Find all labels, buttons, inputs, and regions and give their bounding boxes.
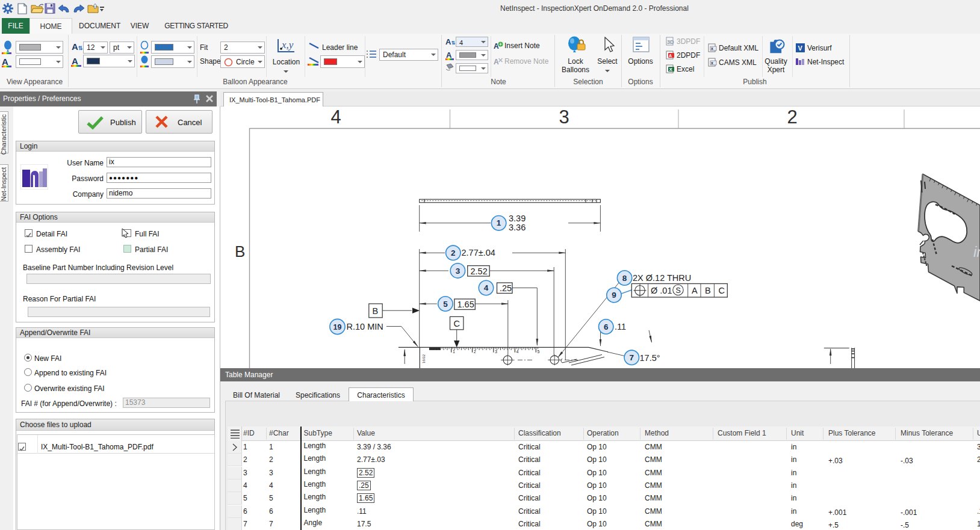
- svg-text:2X Ø.12 THRU: 2X Ø.12 THRU: [633, 273, 691, 283]
- svg-text:.25: .25: [500, 283, 512, 293]
- svg-text:2.77±.04: 2.77±.04: [462, 248, 495, 257]
- svg-text:A: A: [494, 42, 499, 50]
- svg-text:4: 4: [484, 283, 489, 292]
- svg-text:x: x: [711, 61, 713, 65]
- svg-text:8: 8: [622, 274, 627, 283]
- svg-text:X: X: [669, 67, 673, 72]
- svg-text:Ø .01: Ø .01: [651, 286, 672, 295]
- svg-text:3: 3: [495, 350, 497, 354]
- svg-text:3: 3: [456, 267, 461, 276]
- svg-text:B: B: [235, 242, 245, 260]
- svg-text:1: 1: [497, 218, 501, 227]
- svg-text:.11: .11: [615, 322, 626, 331]
- svg-text:3.36: 3.36: [509, 223, 526, 232]
- svg-text:A: A: [494, 58, 499, 66]
- svg-text:7: 7: [630, 353, 634, 362]
- svg-text:1: 1: [453, 350, 455, 354]
- svg-text:4: 4: [516, 350, 519, 354]
- svg-text:2: 2: [787, 106, 797, 128]
- svg-text:R.10 MIN: R.10 MIN: [347, 322, 383, 331]
- svg-text:19: 19: [333, 323, 342, 331]
- svg-text:x: x: [711, 46, 713, 51]
- svg-text:4: 4: [330, 106, 341, 128]
- svg-text:5: 5: [538, 350, 540, 354]
- svg-text:A: A: [669, 54, 672, 58]
- svg-text:5: 5: [443, 300, 448, 309]
- svg-text:in: in: [973, 244, 980, 260]
- svg-text:C: C: [454, 319, 460, 328]
- svg-text:V: V: [798, 45, 803, 52]
- svg-text:S: S: [676, 286, 681, 295]
- svg-text:B: B: [705, 286, 711, 295]
- svg-text:2: 2: [451, 248, 456, 257]
- svg-text:1.65: 1.65: [457, 300, 474, 309]
- svg-text:3D: 3D: [667, 39, 674, 45]
- svg-text:C: C: [719, 286, 725, 295]
- svg-text:B: B: [373, 306, 379, 316]
- svg-text:x,y: x,y: [281, 39, 294, 51]
- svg-text:6: 6: [604, 322, 609, 331]
- svg-text:17.5°: 17.5°: [640, 353, 660, 363]
- svg-text:A: A: [692, 286, 698, 295]
- svg-text:3: 3: [559, 106, 569, 128]
- svg-text:9: 9: [612, 291, 616, 300]
- svg-text:16/32: 16/32: [422, 354, 426, 363]
- svg-text:2: 2: [474, 350, 476, 354]
- svg-text:2.52: 2.52: [471, 267, 488, 276]
